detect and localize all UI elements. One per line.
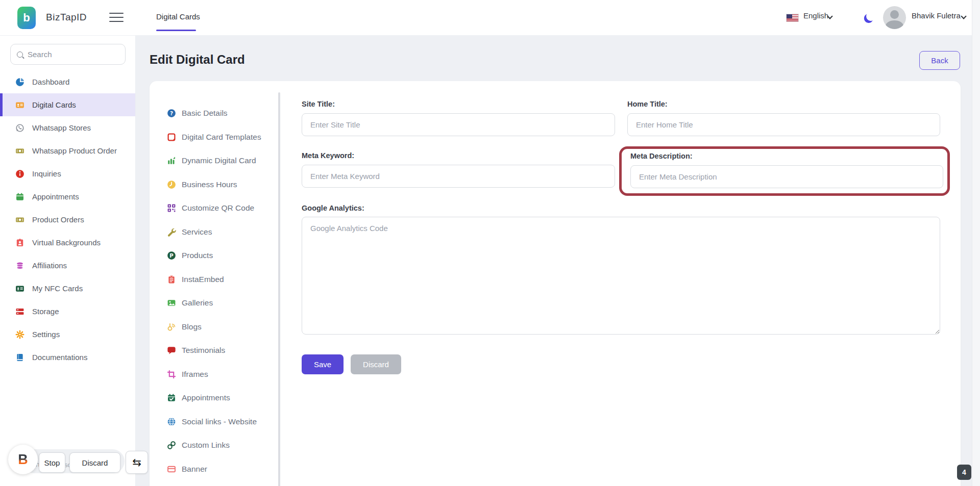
sidebar-item-affiliations[interactable]: Affiliations — [0, 254, 135, 277]
coins-icon — [15, 261, 24, 270]
nfc-card-icon — [15, 284, 24, 293]
item-label: Settings — [32, 330, 60, 339]
svg-text:?: ? — [170, 110, 173, 117]
home-title-input[interactable] — [627, 113, 940, 136]
edit-digital-card-panel: ?Basic DetailsDigital Card TemplatesDyna… — [150, 81, 961, 486]
template-icon — [167, 133, 176, 142]
info-circle-icon — [15, 169, 24, 178]
section-item-digital-card-templates[interactable]: Digital Card Templates — [167, 125, 269, 149]
section-item-business-hours[interactable]: Business Hours — [167, 173, 269, 197]
save-button[interactable]: Save — [302, 354, 344, 374]
biztapid-logo-icon[interactable]: b — [17, 7, 36, 29]
page-number-badge: 4 — [957, 465, 971, 480]
wrench-icon — [167, 227, 176, 237]
sidebar-item-whatsapp-stores[interactable]: Whatsapp Stores — [0, 116, 135, 139]
section-item-social-links-website[interactable]: Social links - Website — [167, 410, 269, 434]
section-item-iframes[interactable]: Iframes — [167, 363, 269, 387]
brand-name: BizTapID — [46, 12, 87, 23]
sidebar-item-dashboard[interactable]: Dashboard — [0, 70, 135, 93]
search-input[interactable] — [28, 50, 109, 59]
sidebar-item-appointments[interactable]: Appointments — [0, 185, 135, 208]
item-label: Whatsapp Product Order — [32, 146, 117, 155]
link-icon — [167, 441, 176, 450]
sidebar: DashboardDigital CardsWhatsapp StoresWha… — [0, 36, 136, 486]
overlay-discard-button[interactable]: Discard — [69, 452, 120, 473]
search-icon — [17, 52, 23, 58]
section-item-banner[interactable]: Banner — [167, 457, 269, 481]
tab-active-underline — [156, 30, 196, 31]
section-item-basic-details[interactable]: ?Basic Details — [167, 101, 269, 125]
language-selector[interactable]: English — [803, 11, 828, 20]
site-title-field: Site Title: — [302, 100, 615, 136]
item-label: Custom Links — [182, 441, 230, 450]
section-item-products[interactable]: PProducts — [167, 244, 269, 268]
sidebar-menu: DashboardDigital CardsWhatsapp StoresWha… — [0, 70, 135, 369]
clipboard-icon — [167, 275, 176, 284]
sidebar-item-documentations[interactable]: Documentations — [0, 346, 135, 369]
item-label: Galleries — [182, 298, 213, 308]
google-analytics-label: Google Analytics: — [302, 204, 940, 212]
tab-digital-cards[interactable]: Digital Cards — [156, 12, 200, 21]
chevron-down-icon[interactable] — [961, 13, 966, 19]
svg-text:P: P — [169, 253, 173, 259]
item-label: Product Orders — [32, 215, 84, 224]
google-analytics-textarea[interactable] — [302, 217, 940, 335]
meta-description-highlight-box: Meta Description: — [619, 146, 950, 196]
sidebar-item-inquiries[interactable]: Inquiries — [0, 162, 135, 185]
meta-description-input[interactable] — [630, 165, 943, 188]
section-item-appointments[interactable]: Appointments — [167, 386, 269, 410]
section-menu-scrollbar[interactable] — [278, 92, 280, 486]
overlay-stop-button[interactable]: Stop — [39, 452, 65, 473]
card-section-menu: ?Basic DetailsDigital Card TemplatesDyna… — [167, 101, 269, 481]
user-name[interactable]: Bhavik Fuletra — [912, 11, 961, 20]
item-label: Social links - Website — [182, 417, 257, 426]
section-item-galleries[interactable]: Galleries — [167, 291, 269, 315]
section-item-blogs[interactable]: Blogs — [167, 315, 269, 339]
hamburger-menu-icon[interactable] — [109, 13, 124, 23]
meta-description-field: Meta Description: — [630, 152, 943, 188]
dark-mode-moon-icon[interactable] — [865, 11, 876, 21]
sidebar-search[interactable] — [10, 44, 126, 65]
section-item-testimonials[interactable]: Testimonials — [167, 339, 269, 363]
item-label: Documentations — [32, 353, 87, 362]
item-label: InstaEmbed — [182, 275, 224, 284]
home-title-field: Home Title: — [627, 100, 940, 136]
item-label: Products — [182, 251, 213, 260]
item-label: Inquiries — [32, 169, 61, 178]
section-item-custom-links[interactable]: Custom Links — [167, 433, 269, 457]
gear-icon — [15, 330, 24, 339]
site-title-input[interactable] — [302, 113, 615, 136]
item-label: Dashboard — [32, 78, 69, 86]
section-item-dynamic-digital-card[interactable]: Dynamic Digital Card — [167, 149, 269, 173]
section-item-services[interactable]: Services — [167, 220, 269, 244]
section-item-customize-qr-code[interactable]: Customize QR Code — [167, 196, 269, 220]
sidebar-item-product-orders[interactable]: Product Orders — [0, 208, 135, 231]
sidebar-item-storage[interactable]: Storage — [0, 300, 135, 323]
sidebar-item-virtual-backgrounds[interactable]: Virtual Backgrounds — [0, 231, 135, 254]
calendar-icon — [15, 192, 24, 201]
back-button[interactable]: Back — [919, 51, 960, 70]
section-item-instaembed[interactable]: InstaEmbed — [167, 268, 269, 292]
meta-keyword-input[interactable] — [302, 165, 615, 188]
item-label: Basic Details — [182, 109, 228, 118]
cash-icon — [15, 146, 24, 156]
crop-icon — [167, 370, 176, 379]
page-scrollbar[interactable] — [972, 0, 980, 486]
item-label: Iframes — [182, 370, 208, 379]
avatar[interactable] — [883, 6, 906, 29]
top-header: b BizTapID Digital Cards English Bhavik … — [0, 0, 972, 36]
globe-icon — [167, 417, 176, 426]
site-title-label: Site Title: — [302, 100, 615, 108]
sidebar-item-settings[interactable]: Settings — [0, 323, 135, 346]
google-analytics-field: Google Analytics: — [302, 204, 940, 337]
calendar-check-icon — [167, 393, 176, 402]
sidebar-item-whatsapp-product-order[interactable]: Whatsapp Product Order — [0, 139, 135, 162]
assistant-logo-button[interactable]: B — [8, 445, 38, 474]
discard-button[interactable]: Discard — [351, 354, 401, 374]
qr-icon — [167, 203, 176, 213]
sidebar-item-my-nfc-cards[interactable]: My NFC Cards — [0, 277, 135, 300]
item-label: Business Hours — [182, 180, 237, 189]
sidebar-item-digital-cards[interactable]: Digital Cards — [0, 93, 135, 116]
item-label: Customize QR Code — [182, 203, 254, 213]
swap-arrows-button[interactable]: ⇆ — [126, 451, 148, 474]
